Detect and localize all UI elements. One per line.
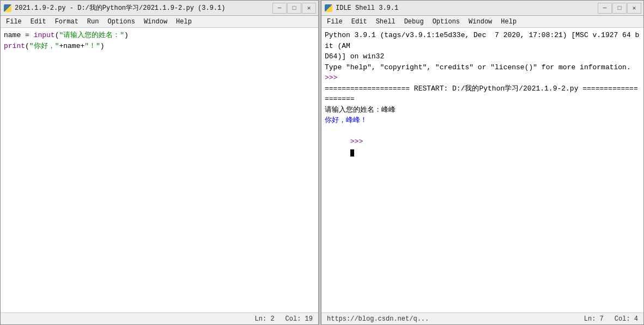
editor-menu-run[interactable]: Run <box>83 16 104 28</box>
shell-menu-file[interactable]: File <box>323 16 347 28</box>
code-line-2: print ( "你好，" +name+ "！" ) <box>4 41 315 52</box>
editor-window: 2021.1.9-2.py - D:/我的Python学习/2021.1.9-2… <box>0 0 319 325</box>
shell-cursor <box>350 149 354 157</box>
code-print-open: ( <box>25 41 29 52</box>
editor-code-area[interactable]: name = input ( "请输入您的姓名：" ) print ( "你好，… <box>1 28 318 312</box>
shell-close-button[interactable]: ✕ <box>627 3 641 14</box>
editor-col: Col: 19 <box>285 315 313 323</box>
idle-icon <box>325 4 332 12</box>
editor-ln: Ln: 2 <box>255 315 275 323</box>
shell-menu-edit[interactable]: Edit <box>347 16 372 28</box>
editor-close-button[interactable]: ✕ <box>302 3 316 14</box>
shell-line-2: D64)] on win32 <box>325 51 640 62</box>
shell-title-left: IDLE Shell 3.9.1 <box>325 4 398 12</box>
editor-menu-window[interactable]: Window <box>139 16 172 28</box>
code-function-input: input <box>34 30 55 41</box>
shell-status-bar: https://blog.csdn.net/q... Ln: 7 Col: 4 <box>321 312 643 324</box>
shell-output-area[interactable]: Python 3.9.1 (tags/v3.9.1:1e5d33e, Dec 7… <box>321 28 643 312</box>
shell-close-icon: ✕ <box>633 4 636 11</box>
close-icon: ✕ <box>307 4 311 11</box>
maximize-icon: □ <box>293 5 296 11</box>
editor-menu-help[interactable]: Help <box>172 16 196 28</box>
shell-input-prompt: 请输入您的姓名：峰峰 <box>325 105 640 116</box>
shell-line-3: Type "help", "copyright", "credits" or "… <box>325 62 640 73</box>
shell-prompt-1: >>> <box>325 73 640 83</box>
code-plus1: +name+ <box>59 41 84 52</box>
code-function-print: print <box>4 41 25 52</box>
code-print-close: ) <box>100 41 105 52</box>
shell-title-bar: IDLE Shell 3.9.1 ─ □ ✕ <box>321 1 643 16</box>
editor-maximize-button[interactable]: □ <box>287 3 301 14</box>
editor-title-left: 2021.1.9-2.py - D:/我的Python学习/2021.1.9-2… <box>4 3 225 13</box>
shell-maximize-icon: □ <box>618 5 622 11</box>
code-close-paren: ) <box>124 30 129 41</box>
editor-menu-options[interactable]: Options <box>103 16 139 28</box>
editor-menu-edit[interactable]: Edit <box>26 16 51 28</box>
editor-title-text: 2021.1.9-2.py - D:/我的Python学习/2021.1.9-2… <box>15 3 225 13</box>
shell-menu-help[interactable]: Help <box>496 16 521 28</box>
shell-status-info: https://blog.csdn.net/q... <box>327 315 429 323</box>
editor-minimize-button[interactable]: ─ <box>272 3 287 14</box>
shell-window: IDLE Shell 3.9.1 ─ □ ✕ File Edit Shell D… <box>321 0 644 325</box>
editor-menu-file[interactable]: File <box>2 16 26 28</box>
shell-ln: Ln: 7 <box>584 315 604 323</box>
code-open-paren: ( <box>55 30 59 41</box>
editor-status-bar: Ln: 2 Col: 19 <box>1 312 318 324</box>
shell-window-controls: ─ □ ✕ <box>598 3 641 14</box>
editor-window-controls: ─ □ ✕ <box>272 3 316 14</box>
shell-prompt-2: >>> <box>325 126 640 168</box>
shell-title-text: IDLE Shell 3.9.1 <box>336 4 398 12</box>
shell-restart-line: ==================== RESTART: D:/我的Pytho… <box>325 83 640 105</box>
python-icon <box>4 4 11 12</box>
code-equals: = <box>21 30 33 41</box>
editor-menu-bar: File Edit Format Run Options Window Help <box>1 16 318 28</box>
shell-menu-shell[interactable]: Shell <box>372 16 400 28</box>
code-line-1: name = input ( "请输入您的姓名：" ) <box>4 30 315 41</box>
code-string-prompt: "请输入您的姓名：" <box>59 30 124 41</box>
editor-title-bar: 2021.1.9-2.py - D:/我的Python学习/2021.1.9-2… <box>1 1 318 16</box>
shell-menu-bar: File Edit Shell Debug Options Window Hel… <box>321 16 643 28</box>
shell-prompt-symbol: >>> <box>350 137 367 146</box>
shell-line-1: Python 3.9.1 (tags/v3.9.1:1e5d33e, Dec 7… <box>325 30 640 51</box>
shell-menu-debug[interactable]: Debug <box>400 16 428 28</box>
code-string-hello: "你好，" <box>29 41 59 52</box>
shell-output-hello: 你好，峰峰！ <box>325 115 640 126</box>
shell-menu-options[interactable]: Options <box>428 16 464 28</box>
shell-minimize-icon: ─ <box>603 5 607 11</box>
shell-minimize-button[interactable]: ─ <box>598 3 612 14</box>
shell-col: Col: 4 <box>615 315 638 323</box>
minimize-icon: ─ <box>278 5 282 11</box>
code-string-exclaim: "！" <box>84 41 100 52</box>
shell-status-position: Ln: 7 Col: 4 <box>584 315 638 323</box>
editor-menu-format[interactable]: Format <box>51 16 83 28</box>
shell-maximize-button[interactable]: □ <box>612 3 627 14</box>
code-keyword-name: name <box>4 30 21 41</box>
shell-menu-window[interactable]: Window <box>464 16 496 28</box>
